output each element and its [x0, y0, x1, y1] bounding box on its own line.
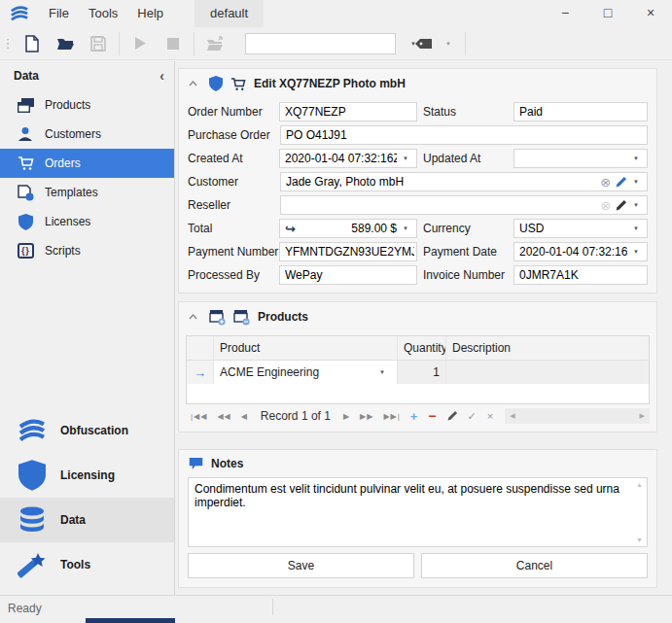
toolbar-combobox-input[interactable] [246, 35, 405, 52]
chevron-down-icon[interactable]: ▼ [397, 225, 414, 231]
sidebar-item-templates[interactable]: Templates [0, 178, 174, 207]
notes-scrollbar[interactable]: ▲ ▼ [632, 478, 647, 546]
status-input[interactable] [519, 104, 645, 120]
maximize-button[interactable]: □ [586, 0, 629, 27]
minimize-button[interactable]: − [544, 0, 586, 27]
tag-dropdown-icon[interactable]: ▼ [440, 41, 457, 47]
edit-record-pencil-icon[interactable] [442, 410, 463, 423]
chevron-down-icon[interactable]: ▼ [627, 249, 645, 255]
add-product-icon[interactable] [209, 309, 226, 326]
sidebar-collapse-icon[interactable]: ‹ [159, 68, 164, 84]
menu-tools[interactable]: Tools [79, 0, 127, 27]
currency-input[interactable] [519, 221, 627, 236]
toolbar-grip[interactable]: ⋮ [0, 36, 16, 51]
edit-pencil-icon[interactable] [616, 199, 627, 211]
scroll-down-icon[interactable]: ▼ [636, 536, 643, 543]
chevron-down-icon[interactable]: ▼ [397, 156, 414, 161]
close-button[interactable]: × [629, 0, 672, 27]
nav-prev-button[interactable]: ◀ [236, 412, 253, 421]
description-cell[interactable] [446, 361, 649, 384]
customer-input[interactable] [286, 174, 595, 190]
run-button[interactable] [124, 31, 156, 56]
scroll-up-icon[interactable]: ▲ [636, 481, 643, 488]
product-cell-combobox[interactable]: ACME Engineering ▼ [214, 361, 398, 384]
nav-item-data[interactable]: Data [0, 498, 174, 542]
save-button[interactable] [83, 31, 114, 56]
sidebar-item-products[interactable]: Products [0, 90, 174, 120]
reseller-input[interactable] [286, 197, 595, 213]
payment-date-combobox[interactable]: ▼ [513, 242, 648, 261]
edit-pencil-icon[interactable] [616, 176, 627, 188]
nav-item-obfuscation[interactable]: Obfuscation [0, 408, 174, 453]
cancel-button[interactable]: Cancel [421, 553, 648, 578]
chevron-down-icon[interactable]: ▼ [627, 202, 645, 208]
new-document-button[interactable] [17, 31, 48, 56]
grid-column-product[interactable]: Product [214, 336, 398, 360]
add-record-button[interactable]: + [406, 409, 424, 424]
total-spin-field[interactable]: ↪ ▼ [279, 219, 417, 238]
grid-horizontal-scrollbar[interactable]: ◀ ▶ [505, 408, 650, 424]
tag-button[interactable] [407, 31, 439, 56]
sidebar-item-customers[interactable]: Customers [0, 120, 174, 149]
order-number-field[interactable] [279, 102, 417, 121]
invoice-number-input[interactable] [519, 267, 645, 283]
notes-textarea[interactable] [189, 478, 631, 546]
created-at-combobox[interactable]: ▼ [279, 149, 417, 168]
payment-number-input[interactable] [285, 244, 414, 260]
sidebar-item-licenses[interactable]: Licenses [0, 207, 174, 236]
sidebar-item-scripts[interactable]: { } Scripts [0, 236, 174, 265]
redo-arrow-icon[interactable]: ↪ [285, 222, 296, 236]
export-button[interactable] [199, 31, 230, 56]
nav-next-page-button[interactable]: ▶▶ [355, 412, 378, 421]
nav-item-tools[interactable]: Tools [0, 542, 174, 587]
grid-column-description[interactable]: Description [446, 336, 649, 360]
grid-column-quantity[interactable]: Quantity [398, 336, 446, 360]
menu-file[interactable]: File [39, 0, 79, 27]
nav-first-button[interactable]: |◀◀ [186, 412, 212, 421]
status-field[interactable] [513, 102, 648, 121]
processed-by-input[interactable] [285, 267, 414, 283]
purchase-order-input[interactable] [286, 127, 645, 143]
customer-lookup-field[interactable]: ⊗ ▼ [280, 172, 648, 191]
statusbar-divider [272, 599, 273, 615]
cancel-edit-button[interactable]: × [482, 410, 499, 422]
nav-prev-page-button[interactable]: ◀◀ [212, 412, 235, 421]
chevron-down-icon[interactable]: ▼ [627, 225, 645, 231]
nav-item-licensing[interactable]: Licensing [0, 453, 174, 498]
collapse-panel-icon[interactable] [189, 81, 197, 87]
total-input[interactable] [300, 221, 397, 236]
created-at-input[interactable] [285, 151, 397, 166]
updated-at-combobox[interactable]: ▼ [513, 149, 648, 168]
commit-record-button[interactable]: ✓ [463, 410, 482, 423]
toolbar-combobox[interactable]: ▼ [245, 33, 396, 54]
nav-next-button[interactable]: ▶ [338, 412, 355, 421]
chevron-down-icon[interactable]: ▼ [627, 156, 645, 161]
quantity-cell[interactable]: 1 [398, 361, 446, 384]
menu-help[interactable]: Help [127, 0, 173, 27]
save-button[interactable]: Save [188, 553, 414, 578]
scroll-right-icon[interactable]: ▶ [635, 412, 650, 420]
remove-product-icon[interactable] [233, 309, 250, 326]
profile-tab-default[interactable]: default [195, 0, 264, 27]
updated-at-input[interactable] [519, 151, 627, 166]
clear-icon[interactable]: ⊗ [600, 176, 611, 189]
nav-last-button[interactable]: ▶▶| [378, 412, 405, 421]
invoice-number-field[interactable] [513, 265, 648, 285]
payment-number-field[interactable] [279, 242, 417, 261]
order-number-input[interactable] [285, 104, 414, 120]
open-file-button[interactable] [50, 31, 81, 56]
grid-data-row[interactable]: → ACME Engineering ▼ 1 [187, 361, 649, 384]
currency-combobox[interactable]: ▼ [513, 219, 648, 238]
sidebar-item-orders[interactable]: Orders [0, 149, 174, 178]
chevron-down-icon[interactable]: ▼ [627, 179, 645, 185]
processed-by-field[interactable] [279, 265, 417, 285]
remove-record-button[interactable]: − [423, 408, 442, 424]
collapse-panel-icon[interactable] [189, 314, 197, 320]
stop-button[interactable] [158, 31, 189, 56]
scroll-left-icon[interactable]: ◀ [505, 412, 519, 420]
payment-date-input[interactable] [519, 244, 627, 260]
chevron-down-icon[interactable]: ▼ [373, 369, 391, 375]
reseller-lookup-field[interactable]: ⊗ ▼ [280, 195, 648, 215]
purchase-order-field[interactable] [280, 125, 648, 145]
notes-field[interactable]: ▲ ▼ [188, 477, 648, 547]
